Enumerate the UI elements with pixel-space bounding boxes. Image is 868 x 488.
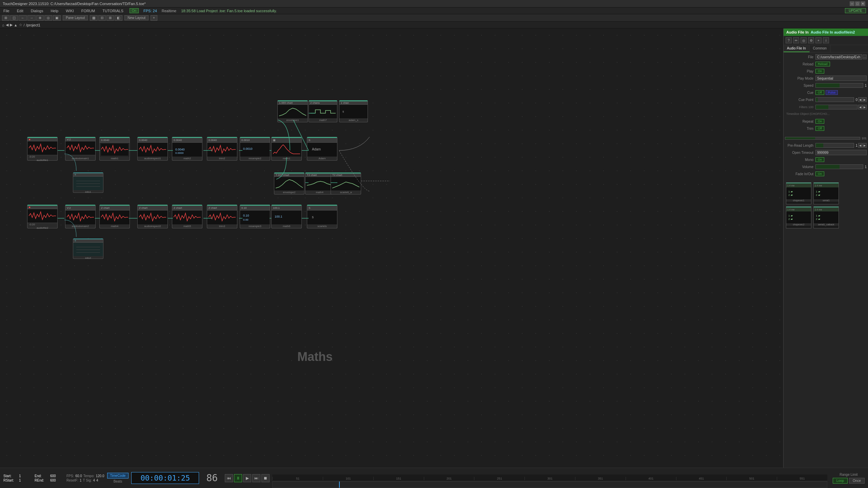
node-audiodomain1[interactable]: V:2 audiodomain1 [65,137,96,161]
trim-toggle[interactable]: Off [815,126,824,131]
thumb-serial1[interactable]: 1 # me 1 ▰ 2 ▰ serial1 [813,182,839,204]
preread-incr[interactable]: ▶ [863,143,867,148]
node-audioinspect2[interactable]: Z chart audioinspect2 [137,205,168,228]
mono-toggle[interactable]: On [815,157,824,162]
node-trim2[interactable]: 0.0040 trim2 [207,137,237,161]
timecode-display[interactable]: 00:00:01:25 [131,472,199,484]
node-audiodomain2[interactable]: V:2 audiodomain2 [65,205,96,228]
panel-plus-icon[interactable]: + [815,37,822,43]
toolbar-icon-6[interactable]: ◎ [44,15,52,21]
minimize-button[interactable]: ─ [850,1,854,6]
up-btn[interactable]: ▲ [14,23,18,27]
tab-audio-file-in[interactable]: Audio File In [784,45,810,52]
node-audiofile1[interactable]: ■ -0:20 audiofile1 [27,137,58,161]
node-scarlett-a[interactable]: T2 chart scarlett_a [331,172,361,195]
layout-icon-4[interactable]: ◧ [115,15,122,21]
next-button[interactable]: ⏭ [252,474,260,482]
filters-decr[interactable]: ◀ [858,105,862,109]
node-audiofile2[interactable]: ■ -0:20 audiofile2 [27,205,58,228]
node-envelope2[interactable]: 7.227 chart envelope2 [274,172,304,195]
panel-edit-icon[interactable]: ✏ [793,37,799,43]
node-math3[interactable]: ▦ math1 [271,137,302,161]
timeline-track[interactable] [272,481,827,488]
forward-btn[interactable]: ▶ [10,23,13,27]
speed-slider[interactable] [815,83,863,88]
filters-incr[interactable]: ▶ [863,105,867,109]
bookmark-btn[interactable]: ☆ [19,23,22,27]
node-scarlets[interactable]: S s scarlets [307,205,337,228]
panel-settings-icon[interactable]: ⚙ [808,37,814,43]
pane-layout-button[interactable]: Pane Layout [63,15,88,20]
filters-slider[interactable] [815,105,857,109]
plus-layout-button[interactable]: + [151,15,157,21]
pause-button[interactable]: ⏸ [234,474,242,482]
home-btn[interactable]: ⌂ [2,23,4,27]
node-envelope1[interactable]: 1.069 chart envelope1 [277,100,308,122]
layout-icon-3[interactable]: ⊞ [106,15,114,21]
node-math1[interactable]: 0.0040 math1 [99,137,130,161]
cuepoint-incr[interactable]: ▶ [863,97,867,102]
network-canvas[interactable]: ■ -0:20 audiofile1 V:2 [0,28,783,468]
node-math4b[interactable]: Z chart math4 [99,205,130,228]
menu-file[interactable]: File [2,8,11,14]
menu-help[interactable]: Help [49,8,60,14]
layout-icon-1[interactable]: ▩ [90,15,98,21]
update-button[interactable]: UPDATE [845,8,866,13]
fade-toggle[interactable]: On [815,171,824,176]
preread-slider[interactable] [815,143,854,148]
file-browse-button[interactable]: … [863,55,867,59]
node-math6[interactable]: 100.1 100.1 math6 [271,205,302,228]
toolbar-icon-2[interactable]: ◫ [10,15,18,21]
toolbar-icon-4[interactable]: → [27,15,36,21]
cuepoint-slider[interactable] [815,97,854,102]
param-value-opentimeout[interactable]: 999999 [815,150,867,155]
menu-edit[interactable]: Edit [16,8,25,14]
once-button[interactable]: Once [849,478,865,484]
node-adam[interactable]: S Adam Adam [307,137,337,161]
menu-tutorials[interactable]: TUTORIALS [101,8,125,14]
prev-button[interactable]: ⏮ [225,474,233,482]
thumb-chopexec2[interactable]: 1 # me 1 ▰ 2 ▰ chopexec2 [786,206,811,228]
new-layout-button[interactable]: New Layout [124,15,149,20]
preread-decr[interactable]: ◀ [858,143,862,148]
node-math7[interactable]: 2 chans math7 [309,100,337,122]
menu-wiki[interactable]: WIKI [64,8,75,14]
panel-info-icon[interactable]: i [823,37,829,43]
cue-pulse-button[interactable]: Pulse [826,90,838,95]
toolbar-icon-5[interactable]: ⊕ [36,15,44,21]
node-resample3[interactable]: 0.10 0.10 0.00 resample3 [240,205,270,228]
reload-button[interactable]: Reload [815,62,830,66]
volume-slider[interactable] [815,164,863,169]
node-audioinspect1[interactable]: 0.0040 audioinspect1 [137,137,168,161]
node-math5[interactable]: Z chart math5 [172,205,202,228]
play-toggle[interactable]: On [815,69,824,74]
layout-icon-2[interactable]: ⊟ [98,15,106,21]
stop-button[interactable]: ⏹ [261,474,270,482]
repeat-toggle[interactable]: On [815,119,824,124]
back-btn[interactable]: ◀ [6,23,8,27]
node-info2[interactable]: ≡ info2 [73,239,103,259]
toolbar-icon-1[interactable]: ⊞ [2,15,9,21]
unnamed-slider1[interactable] [785,137,860,140]
menu-forum[interactable]: FORUM [80,8,96,14]
node-info1[interactable]: ≡ info1 [73,172,103,193]
node-math4[interactable]: T2 chart math4 [305,172,334,195]
timecode-button[interactable]: TimeCode [107,473,129,479]
thumb-chopexec1[interactable]: 1 # me 1 ▰ 2 ▰ chopexec1 [786,182,811,204]
loop-button[interactable]: Loop [833,478,848,484]
menu-dialogs[interactable]: Dialogs [29,8,45,14]
panel-help-icon[interactable]: ? [786,37,792,43]
toolbar-icon-7[interactable]: ▣ [53,15,61,21]
toolbar-icon-3[interactable]: ← [19,15,27,21]
tab-common[interactable]: Common [810,45,831,52]
realtime-toggle[interactable]: On [130,8,139,13]
panel-viewer-icon[interactable]: ◎ [801,37,807,43]
node-math2[interactable]: 0.0040 0.0040 0.0000 math2 [172,137,202,161]
node-adam-s[interactable]: 1 chan s adam_s [339,100,368,122]
param-value-file[interactable]: C:/users/farzad/Desktop/Exh [815,54,862,60]
node-trim3[interactable]: Z chart trim3 [207,205,237,228]
close-button[interactable]: ✕ [861,1,865,6]
param-value-playmode[interactable]: Sequential [815,76,867,81]
node-resample2[interactable]: 0.0010 0.0010 resample2 [240,137,270,161]
cue-toggle[interactable]: Off [815,90,824,95]
